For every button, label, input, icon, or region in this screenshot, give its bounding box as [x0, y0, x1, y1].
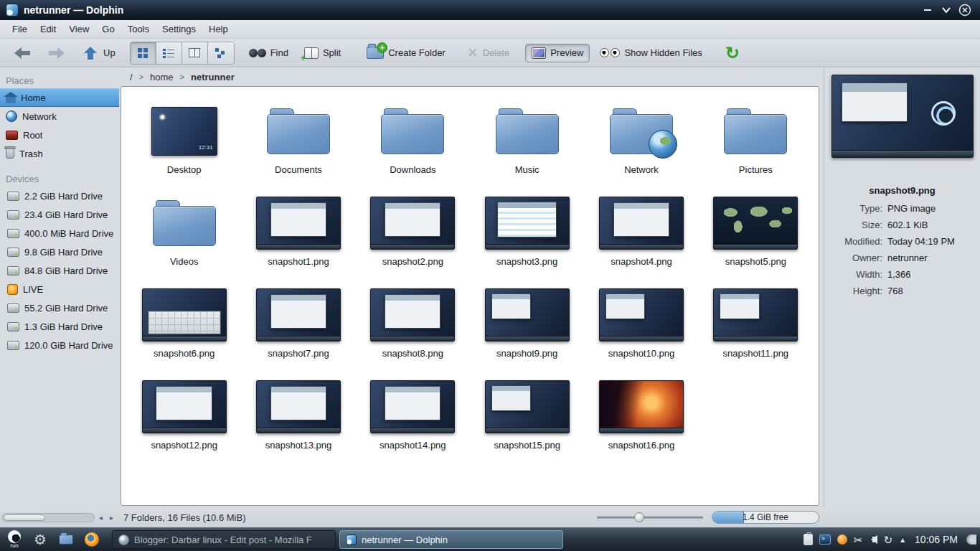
forward-button[interactable]: [42, 43, 72, 63]
media-tray-icon[interactable]: [837, 534, 847, 545]
sidebar-device[interactable]: 2.2 GiB Hard Drive: [0, 187, 119, 205]
zoom-slider-track[interactable]: [597, 517, 703, 519]
panel-cashew[interactable]: [966, 534, 976, 545]
sidebar-device[interactable]: 1.3 GiB Hard Drive: [0, 317, 119, 336]
scrollbar-thumb[interactable]: [4, 514, 45, 521]
sync-icon[interactable]: ↻: [884, 534, 893, 545]
file-item-snapshot16-png[interactable]: snapshot16.png: [584, 372, 698, 464]
sidebar-device[interactable]: 9.8 GiB Hard Drive: [0, 242, 119, 261]
file-item-snapshot4-png[interactable]: snapshot4.png: [584, 189, 698, 281]
file-item-music[interactable]: Music: [470, 97, 584, 189]
property-value: netrunner: [887, 253, 928, 263]
klipper-scissors-icon[interactable]: ✂: [854, 534, 863, 545]
scroll-right-button[interactable]: ▸: [107, 514, 116, 522]
sidebar-device[interactable]: 84.8 GiB Hard Drive: [0, 261, 119, 280]
menu-item[interactable]: Edit: [34, 22, 62, 37]
file-manager-launcher[interactable]: [55, 529, 77, 550]
file-item-snapshot9-png[interactable]: snapshot9.png: [470, 281, 584, 372]
terminal-tray-icon[interactable]: [819, 534, 831, 545]
file-item-downloads[interactable]: Downloads: [356, 97, 470, 189]
file-item-snapshot2-png[interactable]: snapshot2.png: [356, 189, 470, 281]
netrunner-menu-button[interactable]: run: [3, 529, 26, 550]
columns-view-button[interactable]: [208, 42, 234, 64]
volume-icon[interactable]: [867, 535, 877, 544]
file-item-snapshot8-png[interactable]: snapshot8.png: [356, 281, 470, 372]
clock[interactable]: 10:06 PM: [915, 534, 958, 545]
sidebar-place-network[interactable]: Network: [0, 107, 119, 126]
file-item-snapshot6-png[interactable]: snapshot6.png: [127, 281, 241, 372]
split-view-icon: [304, 47, 319, 59]
up-button[interactable]: Up: [76, 43, 121, 63]
places-header: Places: [0, 70, 119, 88]
zoom-slider-handle[interactable]: [634, 512, 644, 522]
preview-toggle-button[interactable]: Preview: [525, 44, 590, 62]
show-hidden-files-button[interactable]: Show Hidden Files: [594, 44, 707, 61]
split-button[interactable]: Split: [298, 44, 347, 62]
breadcrumb-segment[interactable]: /: [126, 70, 136, 84]
sidebar-place-home[interactable]: Home: [0, 88, 119, 107]
file-item-pictures[interactable]: Pictures: [699, 97, 813, 189]
icons-view-button[interactable]: [131, 42, 156, 64]
sidebar-device[interactable]: LIVE: [0, 280, 119, 298]
sidebar-device[interactable]: 400.0 MiB Hard Drive: [0, 224, 119, 242]
reload-button[interactable]: ↻: [720, 42, 745, 64]
tray-expand-icon[interactable]: ▲: [899, 534, 906, 545]
close-button[interactable]: [956, 3, 974, 17]
screenshot-thumbnail: [713, 288, 798, 342]
firefox-launcher[interactable]: [80, 529, 103, 550]
file-item-snapshot5-png[interactable]: snapshot5.png: [699, 189, 813, 281]
sidebar-device[interactable]: 55.2 GiB Hard Drive: [0, 298, 119, 317]
home-icon: [6, 97, 16, 103]
file-item-snapshot10-png[interactable]: snapshot10.png: [584, 281, 698, 372]
folder-icon: [153, 200, 216, 246]
eyes-icon: [600, 48, 620, 57]
delete-button[interactable]: ✕ Delete: [461, 44, 516, 62]
minimize-button[interactable]: [918, 3, 937, 17]
file-name: snapshot7.png: [268, 348, 329, 359]
sidebar-place-root[interactable]: Root: [0, 126, 119, 144]
file-item-snapshot1-png[interactable]: snapshot1.png: [241, 189, 355, 281]
menu-item[interactable]: File: [6, 22, 34, 37]
menu-item[interactable]: Help: [202, 22, 235, 37]
back-button[interactable]: [7, 43, 37, 63]
file-item-snapshot11-png[interactable]: snapshot11.png: [699, 281, 813, 372]
file-item-snapshot15-png[interactable]: snapshot15.png: [470, 372, 584, 464]
clipboard-tray-icon[interactable]: [804, 534, 813, 545]
sidebar-device[interactable]: 120.0 GiB Hard Drive: [0, 336, 119, 354]
file-name: snapshot13.png: [265, 440, 332, 451]
delete-cross-icon: ✕: [467, 47, 479, 59]
sidebar-device[interactable]: 23.4 GiB Hard Drive: [0, 205, 119, 224]
file-item-snapshot3-png[interactable]: snapshot3.png: [470, 189, 584, 281]
zoom-slider[interactable]: [597, 511, 703, 524]
create-folder-button[interactable]: Create Folder: [361, 44, 451, 62]
system-settings-launcher[interactable]: ⚙: [29, 529, 52, 550]
taskbar-task[interactable]: netrunner — Dolphin: [339, 530, 563, 549]
taskbar-task[interactable]: Blogger: Darbar linux - Edit post - Mozi…: [112, 530, 336, 549]
sidebar-place-trash[interactable]: Trash: [0, 144, 119, 163]
new-folder-icon: [367, 47, 384, 59]
file-item-videos[interactable]: Videos: [127, 189, 241, 281]
breadcrumb-segment[interactable]: netrunner: [187, 70, 238, 84]
file-item-snapshot12-png[interactable]: snapshot12.png: [127, 372, 241, 464]
menu-item[interactable]: View: [62, 22, 95, 37]
file-item-snapshot7-png[interactable]: snapshot7.png: [241, 281, 355, 372]
sidebar-horizontal-scrollbar[interactable]: ◂ ▸: [0, 507, 118, 527]
folder-view[interactable]: 12:31 Desktop Documents Downloads Music …: [121, 86, 819, 506]
find-button[interactable]: Find: [243, 44, 294, 62]
netrunner-logo-text: run: [10, 543, 19, 549]
file-item-documents[interactable]: Documents: [241, 97, 355, 189]
menu-item[interactable]: Tools: [121, 22, 156, 37]
scroll-left-button[interactable]: ◂: [96, 514, 105, 522]
menu-item[interactable]: Settings: [156, 22, 202, 37]
compact-view-button[interactable]: [156, 42, 182, 64]
file-item-desktop[interactable]: 12:31 Desktop: [127, 97, 241, 189]
file-item-snapshot13-png[interactable]: snapshot13.png: [241, 372, 355, 464]
titlebar[interactable]: netrunner — Dolphin: [0, 0, 980, 20]
window-menu-button[interactable]: [937, 3, 956, 17]
file-item-network[interactable]: Network: [584, 97, 698, 189]
file-item-snapshot14-png[interactable]: snapshot14.png: [356, 372, 470, 464]
breadcrumb-segment[interactable]: home: [146, 70, 177, 84]
menu-item[interactable]: Go: [95, 22, 121, 37]
scrollbar-track[interactable]: [1, 513, 95, 522]
details-view-button[interactable]: [182, 42, 208, 64]
